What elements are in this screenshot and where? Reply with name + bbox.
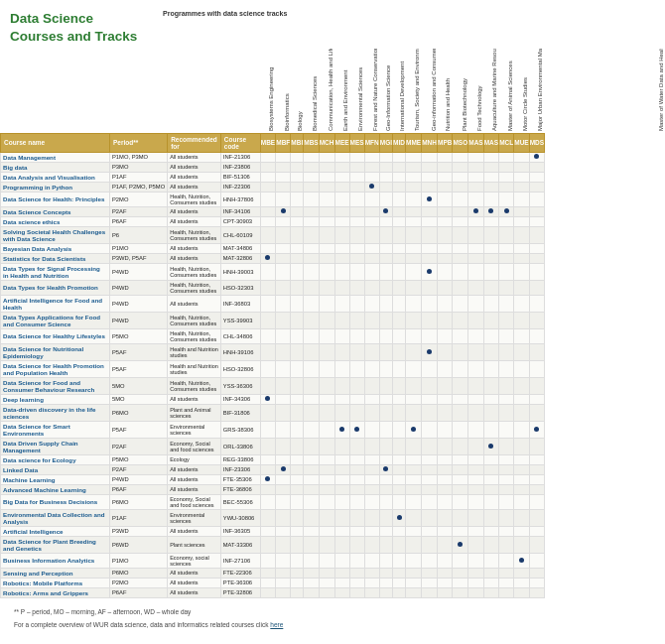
dot-cell bbox=[379, 394, 392, 404]
course-name: Data Types for Health Promotion bbox=[1, 280, 110, 295]
col-code-MAS: MAS bbox=[483, 133, 498, 152]
dot-cell bbox=[393, 553, 406, 568]
footnote-2-text: For a complete overview of WUR data scie… bbox=[14, 621, 269, 628]
dot-cell bbox=[422, 568, 438, 578]
dot-cell bbox=[453, 484, 468, 494]
dot-cell bbox=[514, 494, 529, 509]
course-code: INF-23306 bbox=[220, 464, 260, 474]
dot-cell bbox=[405, 454, 421, 464]
course-recommended: Economy, social sciences bbox=[168, 553, 221, 568]
dot-cell bbox=[393, 438, 406, 454]
dot-cell bbox=[483, 421, 498, 438]
dot-cell bbox=[304, 526, 319, 536]
table-row: Environmental Data Collection and Analys… bbox=[1, 509, 665, 526]
dot-cell bbox=[393, 192, 406, 206]
dot-cell bbox=[422, 360, 438, 377]
course-recommended: All students bbox=[168, 526, 221, 536]
course-period: P4WD bbox=[110, 280, 168, 295]
dot-cell bbox=[405, 578, 421, 587]
dot-cell bbox=[529, 192, 544, 206]
dot-cell bbox=[529, 280, 544, 295]
dot-cell bbox=[260, 162, 275, 172]
dot-cell bbox=[260, 568, 275, 578]
dot-cell bbox=[379, 226, 392, 243]
dot-cell bbox=[393, 172, 406, 182]
dot-cell bbox=[334, 263, 349, 280]
dot-cell bbox=[422, 438, 438, 454]
dot-cell bbox=[422, 253, 438, 263]
dot-cell bbox=[499, 226, 514, 243]
dot-cell bbox=[349, 162, 364, 172]
dot-cell bbox=[437, 192, 452, 206]
dot-cell bbox=[349, 404, 364, 421]
dot-cell bbox=[260, 494, 275, 509]
dot-cell bbox=[319, 312, 334, 328]
table-row: Business Information AnalyticsP1MOEconom… bbox=[1, 553, 665, 568]
course-code: FTE-22306 bbox=[220, 568, 260, 578]
dot-cell bbox=[260, 438, 275, 454]
course-rows: Data ManagementP1MO, P3MOAll studentsINF… bbox=[1, 152, 665, 597]
dot-cell bbox=[499, 474, 514, 484]
dot-indicator bbox=[534, 427, 539, 432]
course-code: INF-34306 bbox=[220, 394, 260, 404]
section-subtitle: Programmes with data science tracks bbox=[159, 4, 661, 17]
dot-cell bbox=[379, 464, 392, 474]
dot-cell bbox=[276, 464, 291, 474]
dot-cell bbox=[276, 295, 291, 312]
page-title: Data ScienceCourses and Tracks bbox=[10, 10, 151, 45]
dot-cell bbox=[393, 536, 406, 553]
dot-cell bbox=[422, 243, 438, 253]
dot-cell bbox=[276, 484, 291, 494]
course-period: P1MO bbox=[110, 553, 168, 568]
dot-indicator bbox=[383, 466, 388, 471]
dot-cell bbox=[529, 253, 544, 263]
dot-cell bbox=[260, 328, 275, 343]
dot-cell bbox=[364, 312, 379, 328]
course-recommended: Plant and Animal sciences bbox=[168, 404, 221, 421]
dot-cell bbox=[453, 216, 468, 226]
dot-indicator bbox=[265, 476, 270, 481]
dot-cell bbox=[499, 464, 514, 474]
dot-cell bbox=[529, 526, 544, 536]
col-code-MES: MES bbox=[349, 133, 364, 152]
dot-cell bbox=[364, 360, 379, 377]
dot-cell bbox=[499, 494, 514, 509]
dot-cell bbox=[437, 553, 452, 568]
dot-cell bbox=[453, 553, 468, 568]
dot-cell bbox=[291, 253, 304, 263]
dot-cell bbox=[468, 526, 483, 536]
dot-cell bbox=[276, 192, 291, 206]
table-row: Data Types for Health PromotionP4WDHealt… bbox=[1, 280, 665, 295]
dot-cell bbox=[393, 312, 406, 328]
table-row: Solving Societal Health Challenges with … bbox=[1, 226, 665, 243]
dot-cell bbox=[334, 421, 349, 438]
course-recommended: Health and Nutrition studies bbox=[168, 343, 221, 360]
dot-cell bbox=[453, 206, 468, 216]
footnote-link[interactable]: here bbox=[270, 621, 283, 628]
dot-cell bbox=[393, 226, 406, 243]
dot-cell bbox=[334, 343, 349, 360]
course-name: Machine Learning bbox=[1, 474, 110, 484]
dot-cell bbox=[483, 226, 498, 243]
dot-cell bbox=[291, 243, 304, 253]
track-header-19: Master of Water Data and Health bbox=[545, 49, 665, 133]
dot-cell bbox=[483, 553, 498, 568]
dot-cell bbox=[304, 263, 319, 280]
dot-cell bbox=[393, 263, 406, 280]
table-row: Data Science for Smart EnvironmentsP5AFE… bbox=[1, 421, 665, 438]
dot-cell bbox=[319, 454, 334, 464]
main-table-wrapper: Biosystems EngineeringBioinformaticsBiol… bbox=[0, 49, 665, 598]
dot-cell bbox=[514, 484, 529, 494]
dot-cell bbox=[468, 192, 483, 206]
course-period: P6AF bbox=[110, 587, 168, 597]
dot-cell bbox=[349, 553, 364, 568]
dot-cell bbox=[379, 568, 392, 578]
footnote-1: ** P – period, MO – morning, AF – aftern… bbox=[8, 608, 657, 615]
col-code-MID: MID bbox=[393, 133, 406, 152]
dot-cell bbox=[437, 206, 452, 216]
dot-cell bbox=[276, 280, 291, 295]
course-period: P3MO bbox=[110, 162, 168, 172]
dot-cell bbox=[453, 263, 468, 280]
course-code: INF-27106 bbox=[220, 553, 260, 568]
dot-cell bbox=[422, 526, 438, 536]
